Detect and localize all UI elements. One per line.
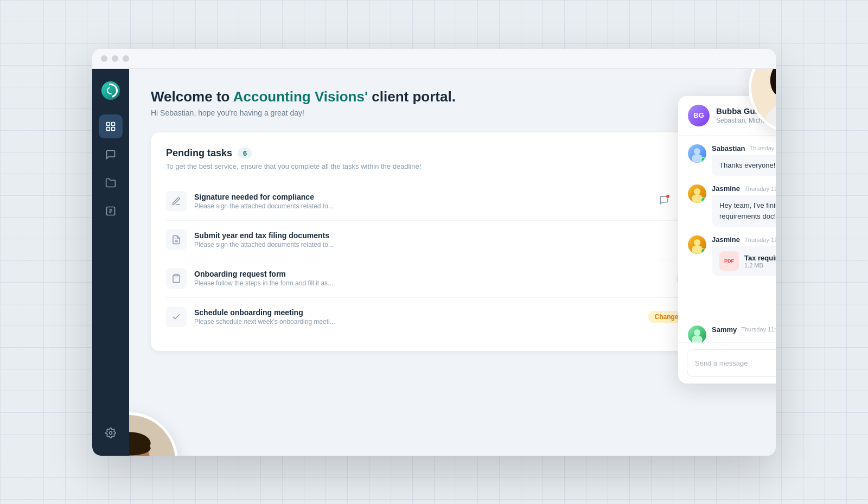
sidebar-item-files[interactable] (99, 171, 123, 195)
traffic-light-red[interactable] (101, 55, 107, 62)
task-row: Onboarding request form Please follow th… (166, 259, 739, 298)
logo-icon (101, 81, 120, 100)
svg-point-15 (694, 148, 700, 155)
message-time: Thursday 11:40am (744, 237, 776, 243)
message-content: Sabastian Thursday 10:16am Thanks everyo… (712, 144, 776, 176)
message-sender: Sabastian (712, 144, 745, 152)
sidebar (92, 69, 129, 456)
online-indicator (701, 197, 706, 202)
task-desc-1: Please sign the attached documents relat… (194, 202, 368, 210)
chat-input-box: Send (687, 349, 776, 377)
task-icon-tax (166, 229, 187, 250)
message-content: Jasmine Thursday 11:40am Hey team, I've … (712, 184, 776, 227)
sidebar-item-settings[interactable] (99, 421, 123, 445)
task-row: Submit year end tax filing documents Ple… (166, 221, 739, 259)
welcome-subtitle: Hi Sebastian, hope you're having a great… (151, 109, 754, 117)
message-sender-sammy: Sammy (712, 326, 737, 334)
message-time: Thursday 11:40am (744, 186, 776, 192)
svg-point-17 (694, 188, 700, 195)
message-row: Jasmine Thursday 11:40am PDF Tax require… (688, 235, 776, 276)
msg-dot-1 (666, 194, 670, 199)
svg-rect-1 (112, 122, 115, 125)
tasks-count: 6 (238, 148, 252, 158)
chat-panel: BG Bubba Gump Client Sebastian, Michael,… (678, 96, 776, 384)
svg-rect-8 (175, 274, 178, 276)
message-avatar-sabastian (688, 144, 706, 163)
message-avatar-jasmine (688, 184, 706, 203)
svg-point-22 (692, 335, 703, 342)
task-info-4: Schedule onboarding meeting Please sched… (194, 308, 641, 326)
message-row: Jasmine Thursday 11:40am Hey team, I've … (688, 184, 776, 227)
task-row: Signature needed for compliance Please s… (166, 182, 739, 221)
message-time: Thursday 10:16am (749, 145, 776, 151)
file-size: 1.2 MB (744, 262, 776, 269)
chat-contact-avatar: BG (688, 105, 710, 126)
online-indicator (701, 248, 706, 253)
pdf-icon: PDF (719, 251, 739, 271)
task-msg-icon-1[interactable] (659, 195, 669, 207)
file-attachment[interactable]: PDF Tax requirements.pdf 1.2 MB (712, 246, 776, 276)
message-row: Sabastian Thursday 10:16am Thanks everyo… (688, 144, 776, 176)
task-desc-4: Please schedule next week's onboarding m… (194, 318, 368, 326)
tasks-card: Pending tasks 6 To get the best service,… (151, 132, 754, 351)
svg-rect-2 (107, 127, 110, 130)
tasks-subtitle: To get the best service, ensure that you… (166, 162, 739, 170)
tasks-title: Pending tasks (166, 148, 232, 159)
welcome-title: Welcome to Accounting Visions' client po… (151, 88, 754, 105)
message-input[interactable] (695, 359, 776, 367)
task-info-1: Signature needed for compliance Please s… (194, 193, 652, 210)
online-indicator (701, 157, 706, 162)
file-name: Tax requirements.pdf (744, 254, 776, 262)
message-avatar-jasmine-2 (688, 235, 706, 254)
traffic-light-yellow[interactable] (112, 55, 118, 62)
message-content-sammy: Sammy Thursday 11:44am (712, 326, 776, 336)
message-sender: Jasmine (712, 184, 740, 193)
svg-point-19 (694, 239, 700, 246)
traffic-light-green[interactable] (123, 55, 129, 62)
message-time-sammy: Thursday 11:44am (741, 326, 776, 333)
message-avatar-sammy (688, 326, 706, 342)
task-name-3: Onboarding request form (194, 270, 669, 278)
svg-rect-0 (107, 122, 110, 125)
task-icon-signature (166, 191, 187, 212)
message-bubble: Thanks everyone! Almost there. (712, 155, 776, 176)
message-row-own: You Thursday 11:41am Go head and fill it… (688, 285, 776, 317)
task-desc-3: Please follow the steps in the form and … (194, 279, 368, 287)
task-name-2: Submit year end tax filing documents (194, 231, 670, 240)
message-content-own: You Thursday 11:41am Go head and fill it… (688, 285, 776, 317)
message-content-file: Jasmine Thursday 11:40am PDF Tax require… (712, 235, 776, 276)
browser-titlebar (92, 49, 776, 69)
chat-input-area: Send (678, 342, 776, 384)
task-icon-onboarding (166, 268, 187, 289)
chat-messages[interactable]: Sabastian Thursday 10:16am Thanks everyo… (678, 136, 776, 342)
task-desc-2: Please sign the attached documents relat… (194, 241, 368, 248)
task-info-2: Submit year end tax filing documents Ple… (194, 231, 670, 248)
task-name-4: Schedule onboarding meeting (194, 308, 641, 317)
message-sender: Jasmine (712, 235, 740, 244)
task-info-3: Onboarding request form Please follow th… (194, 270, 669, 287)
task-name-1: Signature needed for compliance (194, 193, 652, 201)
app-logo[interactable] (100, 80, 122, 101)
file-info: Tax requirements.pdf 1.2 MB (744, 254, 776, 269)
sidebar-item-tasks[interactable] (99, 199, 123, 223)
svg-rect-3 (112, 127, 115, 130)
sidebar-item-dashboard[interactable] (99, 114, 123, 138)
svg-point-21 (694, 329, 700, 336)
main-content: Welcome to Accounting Visions' client po… (129, 69, 776, 456)
task-icon-schedule (166, 307, 187, 327)
sidebar-item-messages[interactable] (99, 143, 123, 167)
svg-point-5 (110, 431, 112, 434)
message-bubble: Hey team, I've finished with the require… (712, 195, 776, 227)
message-row-sammy: Sammy Thursday 11:44am (688, 326, 776, 342)
task-row: Schedule onboarding meeting Please sched… (166, 298, 739, 336)
bottom-left-avatar (129, 412, 178, 456)
tasks-header: Pending tasks 6 (166, 148, 739, 159)
